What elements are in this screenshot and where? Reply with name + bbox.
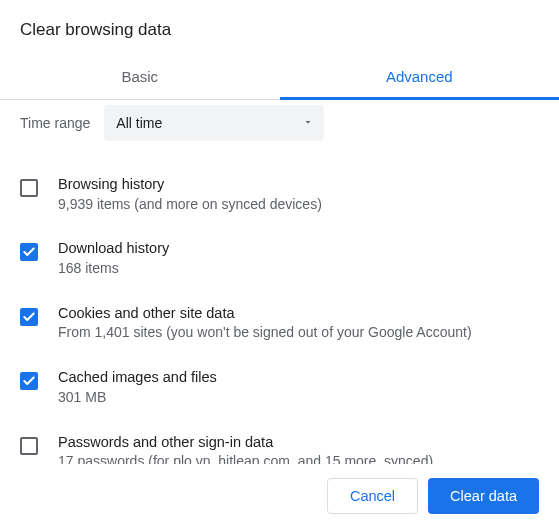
option-text: Cookies and other site dataFrom 1,401 si… (58, 304, 472, 342)
time-range-select[interactable]: All time (104, 105, 324, 141)
chevron-down-icon (302, 115, 314, 131)
option-row: Cached images and files301 MB (20, 358, 539, 422)
option-row: Browsing history9,939 items (and more on… (20, 165, 539, 229)
option-subtitle: 9,939 items (and more on synced devices) (58, 195, 322, 214)
checkbox[interactable] (20, 308, 38, 326)
option-text: Cached images and files301 MB (58, 368, 217, 406)
checkbox[interactable] (20, 179, 38, 197)
option-title: Cookies and other site data (58, 304, 472, 324)
option-row: Passwords and other sign-in data17 passw… (20, 423, 539, 464)
checkbox[interactable] (20, 243, 38, 261)
option-text: Passwords and other sign-in data17 passw… (58, 433, 433, 464)
option-title: Browsing history (58, 175, 322, 195)
option-subtitle: 17 passwords (for plo.vn, hitleap.com, a… (58, 452, 433, 464)
checkbox[interactable] (20, 372, 38, 390)
option-title: Download history (58, 239, 169, 259)
option-row: Download history168 items (20, 229, 539, 293)
option-text: Download history168 items (58, 239, 169, 277)
clear-data-button[interactable]: Clear data (428, 478, 539, 514)
time-range-label: Time range (20, 115, 90, 131)
time-range-row: Time range All time (20, 105, 539, 141)
option-subtitle: 168 items (58, 259, 169, 278)
dialog-footer: Cancel Clear data (0, 464, 559, 527)
option-text: Browsing history9,939 items (and more on… (58, 175, 322, 213)
option-title: Passwords and other sign-in data (58, 433, 433, 453)
option-subtitle: From 1,401 sites (you won't be signed ou… (58, 323, 472, 342)
cancel-button[interactable]: Cancel (327, 478, 418, 514)
time-range-value: All time (116, 115, 162, 131)
option-title: Cached images and files (58, 368, 217, 388)
option-row: Cookies and other site dataFrom 1,401 si… (20, 294, 539, 358)
checkbox[interactable] (20, 437, 38, 455)
options-scroll-area[interactable]: Time range All time Browsing history9,93… (0, 87, 559, 464)
option-subtitle: 301 MB (58, 388, 217, 407)
dialog-title: Clear browsing data (0, 0, 559, 56)
